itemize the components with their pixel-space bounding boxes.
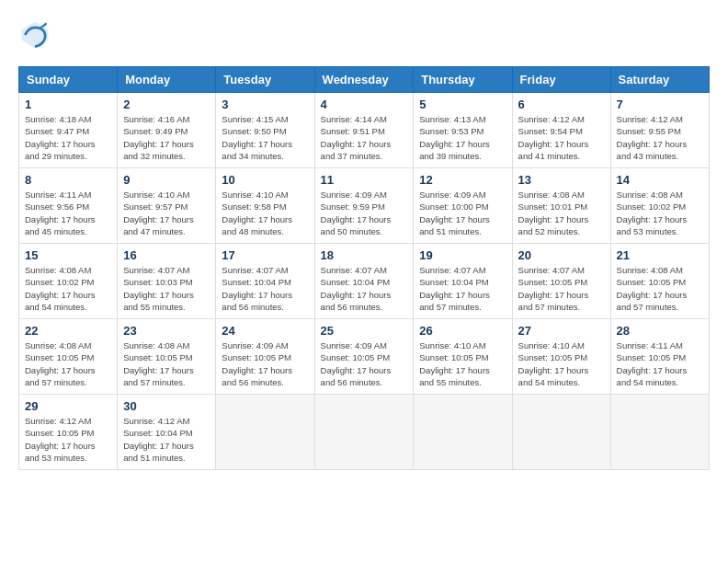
day-number: 28	[617, 324, 703, 338]
day-number: 1	[25, 98, 111, 111]
day-cell-10: 10Sunrise: 4:10 AM Sunset: 9:58 PM Dayli…	[216, 168, 314, 244]
day-number: 18	[321, 248, 408, 262]
day-cell-1: 1Sunrise: 4:18 AM Sunset: 9:47 PM Daylig…	[19, 93, 118, 168]
day-number: 6	[518, 98, 605, 111]
day-cell-23: 23Sunrise: 4:08 AM Sunset: 10:05 PM Dayl…	[118, 319, 216, 395]
day-info: Sunrise: 4:10 AM Sunset: 9:58 PM Dayligh…	[222, 189, 308, 237]
day-number: 29	[25, 399, 111, 413]
day-cell-19: 19Sunrise: 4:07 AM Sunset: 10:04 PM Dayl…	[414, 244, 512, 319]
day-cell-25: 25Sunrise: 4:09 AM Sunset: 10:05 PM Dayl…	[314, 319, 414, 395]
day-number: 25	[321, 324, 408, 338]
day-info: Sunrise: 4:12 AM Sunset: 10:05 PM Daylig…	[25, 415, 111, 464]
day-number: 5	[419, 98, 506, 111]
day-info: Sunrise: 4:10 AM Sunset: 10:05 PM Daylig…	[419, 339, 506, 388]
logo-icon	[18, 18, 51, 52]
day-number: 21	[617, 248, 703, 262]
day-number: 2	[123, 98, 210, 111]
empty-cell	[610, 395, 709, 470]
day-info: Sunrise: 4:08 AM Sunset: 10:02 PM Daylig…	[25, 264, 111, 313]
week-row-5: 29Sunrise: 4:12 AM Sunset: 10:05 PM Dayl…	[19, 395, 710, 470]
day-number: 7	[617, 98, 703, 111]
day-number: 26	[419, 324, 506, 338]
day-cell-12: 12Sunrise: 4:09 AM Sunset: 10:00 PM Dayl…	[414, 168, 512, 244]
day-number: 20	[518, 248, 605, 262]
header-saturday: Saturday	[610, 67, 709, 93]
day-cell-18: 18Sunrise: 4:07 AM Sunset: 10:04 PM Dayl…	[314, 244, 414, 319]
day-cell-15: 15Sunrise: 4:08 AM Sunset: 10:02 PM Dayl…	[19, 244, 118, 319]
day-info: Sunrise: 4:09 AM Sunset: 10:05 PM Daylig…	[321, 339, 408, 388]
day-number: 3	[222, 98, 308, 111]
logo	[18, 18, 57, 52]
day-number: 11	[321, 173, 408, 187]
empty-cell	[414, 395, 512, 470]
day-cell-26: 26Sunrise: 4:10 AM Sunset: 10:05 PM Dayl…	[414, 319, 512, 395]
week-row-4: 22Sunrise: 4:08 AM Sunset: 10:05 PM Dayl…	[19, 319, 710, 395]
day-number: 15	[25, 248, 111, 262]
day-info: Sunrise: 4:13 AM Sunset: 9:53 PM Dayligh…	[419, 113, 506, 162]
day-info: Sunrise: 4:09 AM Sunset: 9:59 PM Dayligh…	[321, 189, 408, 237]
day-cell-30: 30Sunrise: 4:12 AM Sunset: 10:04 PM Dayl…	[118, 395, 216, 470]
empty-cell	[512, 395, 610, 470]
day-cell-14: 14Sunrise: 4:08 AM Sunset: 10:02 PM Dayl…	[610, 168, 709, 244]
header-thursday: Thursday	[414, 67, 512, 93]
header-sunday: Sunday	[19, 67, 118, 93]
day-info: Sunrise: 4:07 AM Sunset: 10:04 PM Daylig…	[321, 264, 408, 313]
empty-cell	[216, 395, 314, 470]
day-cell-13: 13Sunrise: 4:08 AM Sunset: 10:01 PM Dayl…	[512, 168, 610, 244]
day-number: 14	[617, 173, 703, 187]
header-tuesday: Tuesday	[216, 67, 314, 93]
day-number: 19	[419, 248, 506, 262]
day-info: Sunrise: 4:07 AM Sunset: 10:04 PM Daylig…	[419, 264, 506, 313]
day-info: Sunrise: 4:14 AM Sunset: 9:51 PM Dayligh…	[321, 113, 408, 162]
page-header	[18, 18, 710, 52]
day-number: 9	[123, 173, 210, 187]
day-number: 4	[321, 98, 408, 111]
day-cell-11: 11Sunrise: 4:09 AM Sunset: 9:59 PM Dayli…	[314, 168, 414, 244]
day-info: Sunrise: 4:07 AM Sunset: 10:03 PM Daylig…	[123, 264, 210, 313]
day-cell-24: 24Sunrise: 4:09 AM Sunset: 10:05 PM Dayl…	[216, 319, 314, 395]
day-number: 13	[518, 173, 605, 187]
day-cell-8: 8Sunrise: 4:11 AM Sunset: 9:56 PM Daylig…	[19, 168, 118, 244]
day-number: 10	[222, 173, 308, 187]
day-number: 12	[419, 173, 506, 187]
day-cell-9: 9Sunrise: 4:10 AM Sunset: 9:57 PM Daylig…	[118, 168, 216, 244]
day-info: Sunrise: 4:15 AM Sunset: 9:50 PM Dayligh…	[222, 113, 308, 162]
day-cell-2: 2Sunrise: 4:16 AM Sunset: 9:49 PM Daylig…	[118, 93, 216, 168]
day-number: 27	[518, 324, 605, 338]
empty-cell	[314, 395, 414, 470]
header-wednesday: Wednesday	[314, 67, 414, 93]
day-number: 22	[25, 324, 111, 338]
calendar-header-row: SundayMondayTuesdayWednesdayThursdayFrid…	[19, 67, 710, 93]
day-info: Sunrise: 4:07 AM Sunset: 10:05 PM Daylig…	[518, 264, 605, 313]
day-cell-6: 6Sunrise: 4:12 AM Sunset: 9:54 PM Daylig…	[512, 93, 610, 168]
day-info: Sunrise: 4:09 AM Sunset: 10:00 PM Daylig…	[419, 189, 506, 237]
day-info: Sunrise: 4:11 AM Sunset: 10:05 PM Daylig…	[617, 339, 703, 388]
day-cell-21: 21Sunrise: 4:08 AM Sunset: 10:05 PM Dayl…	[610, 244, 709, 319]
day-info: Sunrise: 4:07 AM Sunset: 10:04 PM Daylig…	[222, 264, 308, 313]
day-info: Sunrise: 4:12 AM Sunset: 9:55 PM Dayligh…	[617, 113, 703, 162]
day-cell-5: 5Sunrise: 4:13 AM Sunset: 9:53 PM Daylig…	[414, 93, 512, 168]
day-cell-29: 29Sunrise: 4:12 AM Sunset: 10:05 PM Dayl…	[19, 395, 118, 470]
day-info: Sunrise: 4:11 AM Sunset: 9:56 PM Dayligh…	[25, 189, 111, 237]
day-info: Sunrise: 4:12 AM Sunset: 10:04 PM Daylig…	[123, 415, 210, 464]
day-info: Sunrise: 4:08 AM Sunset: 10:05 PM Daylig…	[123, 339, 210, 388]
day-number: 8	[25, 173, 111, 187]
day-cell-28: 28Sunrise: 4:11 AM Sunset: 10:05 PM Dayl…	[610, 319, 709, 395]
day-info: Sunrise: 4:16 AM Sunset: 9:49 PM Dayligh…	[123, 113, 210, 162]
day-info: Sunrise: 4:09 AM Sunset: 10:05 PM Daylig…	[222, 339, 308, 388]
day-info: Sunrise: 4:08 AM Sunset: 10:05 PM Daylig…	[617, 264, 703, 313]
day-cell-3: 3Sunrise: 4:15 AM Sunset: 9:50 PM Daylig…	[216, 93, 314, 168]
day-info: Sunrise: 4:18 AM Sunset: 9:47 PM Dayligh…	[25, 113, 111, 162]
week-row-2: 8Sunrise: 4:11 AM Sunset: 9:56 PM Daylig…	[19, 168, 710, 244]
day-number: 23	[123, 324, 210, 338]
day-cell-7: 7Sunrise: 4:12 AM Sunset: 9:55 PM Daylig…	[610, 93, 709, 168]
day-number: 24	[222, 324, 308, 338]
day-info: Sunrise: 4:12 AM Sunset: 9:54 PM Dayligh…	[518, 113, 605, 162]
day-info: Sunrise: 4:10 AM Sunset: 10:05 PM Daylig…	[518, 339, 605, 388]
day-cell-20: 20Sunrise: 4:07 AM Sunset: 10:05 PM Dayl…	[512, 244, 610, 319]
day-info: Sunrise: 4:08 AM Sunset: 10:01 PM Daylig…	[518, 189, 605, 237]
day-number: 17	[222, 248, 308, 262]
week-row-3: 15Sunrise: 4:08 AM Sunset: 10:02 PM Dayl…	[19, 244, 710, 319]
day-cell-17: 17Sunrise: 4:07 AM Sunset: 10:04 PM Dayl…	[216, 244, 314, 319]
day-cell-16: 16Sunrise: 4:07 AM Sunset: 10:03 PM Dayl…	[118, 244, 216, 319]
